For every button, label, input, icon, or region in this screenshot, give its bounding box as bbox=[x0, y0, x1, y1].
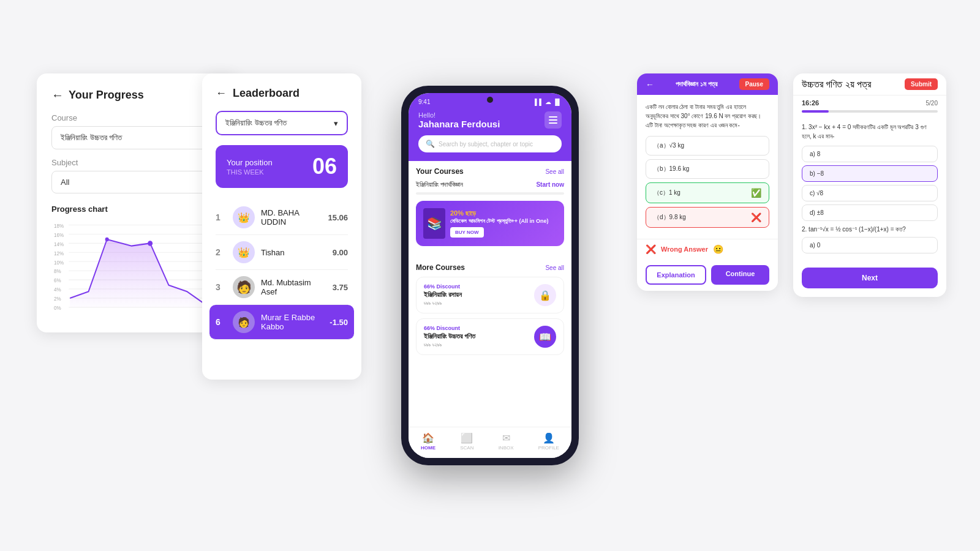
math-title: উচ্চতর গণিত ২য় পত্র bbox=[802, 79, 871, 90]
ad-banner[interactable]: 📚 20% ছাড়ে মেডিকেল আডমিশন টেস্ট প্রস্তু… bbox=[416, 201, 564, 246]
more-course-card[interactable]: 66% Discount ইঞ্জিনিয়ারিং রসায়ন ৳৯৯ ৳২… bbox=[416, 277, 564, 313]
option-a[interactable]: （a）√3 kg bbox=[646, 136, 769, 156]
chart-label: Progress chart bbox=[51, 204, 224, 214]
option-a-label: （a）√3 kg bbox=[654, 141, 684, 150]
score: 3.75 bbox=[333, 283, 348, 292]
progress-header: ← Your Progress bbox=[51, 88, 224, 102]
math-option2-a[interactable]: a) 0 bbox=[802, 237, 938, 253]
math-option-a[interactable]: a) 8 bbox=[802, 146, 938, 162]
physics-actions: Explanation Continue bbox=[637, 259, 778, 291]
leaderboard-dropdown[interactable]: ইঞ্জিনিয়ারিং উচ্চতর গণিত ▾ bbox=[216, 111, 348, 135]
rank-6: 6 bbox=[216, 317, 227, 327]
ad-title: মেডিকেল আডমিশন টেস্ট প্রস্তুতি++ (All in… bbox=[450, 217, 549, 225]
phone-body[interactable]: Your Courses See all ইঞ্জিনিয়ারিং পদার্… bbox=[409, 161, 571, 427]
course-book-icon: 📖 bbox=[534, 326, 556, 348]
position-card: Your position THIS WEEK 06 bbox=[216, 145, 348, 188]
svg-text:12%: 12% bbox=[54, 250, 64, 256]
rank-2: 2 bbox=[216, 247, 227, 257]
physics-question: একটি লন বোলার ঠেলা বা টানার সময় তুমি এর… bbox=[646, 102, 769, 130]
math-option-d[interactable]: d) ±8 bbox=[802, 204, 938, 221]
nav-profile[interactable]: 👤 PROFILE bbox=[538, 432, 559, 451]
back-arrow-icon[interactable]: ← bbox=[51, 88, 64, 102]
bottom-nav: 🏠 HOME ⬜ SCAN ✉ INBOX 👤 PROFILE bbox=[409, 427, 571, 458]
svg-text:4%: 4% bbox=[54, 287, 61, 293]
avatar: 🧑 bbox=[233, 311, 255, 333]
course-lock-icon: 🔒 bbox=[534, 284, 556, 306]
buy-now-button[interactable]: BUY NOW bbox=[450, 227, 484, 238]
svg-point-21 bbox=[148, 241, 153, 246]
user-name: Tishan bbox=[261, 248, 326, 257]
position-label: Your position bbox=[227, 158, 273, 167]
cross-icon: ❌ bbox=[751, 212, 761, 222]
back-icon[interactable]: ← bbox=[646, 80, 654, 89]
next-button[interactable]: Next bbox=[802, 268, 938, 288]
option-c-label: （c）1 kg bbox=[654, 189, 680, 197]
user-name: Murar E Rabbe Kabbo bbox=[261, 313, 323, 331]
explanation-button[interactable]: Explanation bbox=[646, 265, 706, 285]
option-c-correct[interactable]: （c）1 kg ✅ bbox=[646, 182, 769, 203]
wrong-icon: ❌ bbox=[646, 244, 656, 254]
inbox-icon: ✉ bbox=[502, 432, 510, 444]
table-row-highlighted: 6 🧑 Murar E Rabbe Kabbo -1.50 bbox=[209, 305, 354, 340]
course-value: ইঞ্জিনিয়ারিং উচ্চতর গণিত bbox=[61, 133, 122, 143]
menu-button[interactable] bbox=[545, 111, 562, 129]
math-timer: 16:26 bbox=[802, 99, 819, 107]
svg-text:14%: 14% bbox=[54, 241, 64, 247]
rank-3: 3 bbox=[216, 282, 227, 292]
nav-home[interactable]: 🏠 HOME bbox=[421, 432, 435, 451]
course-progress-bar bbox=[416, 192, 564, 195]
option-b[interactable]: （b）19.6 kg bbox=[646, 159, 769, 179]
avatar: 👑 bbox=[233, 241, 255, 263]
math-option-b-selected[interactable]: b) −8 bbox=[802, 165, 938, 182]
svg-text:16%: 16% bbox=[54, 232, 64, 238]
search-bar[interactable]: 🔍 Search by subject, chapter or topic bbox=[418, 135, 562, 152]
math-option-c[interactable]: c) √8 bbox=[802, 185, 938, 201]
course-name: ইঞ্জিনিয়ারিং রসায়ন bbox=[424, 291, 462, 299]
phone-camera bbox=[487, 97, 493, 103]
more-courses-title: More Courses bbox=[416, 263, 465, 272]
sad-emoji: 😐 bbox=[713, 244, 723, 254]
profile-label: PROFILE bbox=[538, 445, 559, 451]
course-select[interactable]: ইঞ্জিনিয়ারিং উচ্চতর গণিত ▾ bbox=[51, 126, 224, 149]
table-row: 2 👑 Tishan 9.00 bbox=[216, 235, 348, 270]
your-courses-title: Your Courses bbox=[416, 167, 464, 176]
phone-header: Hello! Jahanara Ferdousi 🔍 Search by sub… bbox=[409, 107, 571, 161]
leaderboard-back-icon[interactable]: ← bbox=[216, 87, 227, 100]
wrong-answer-bar: ❌ Wrong Answer 😐 bbox=[637, 239, 778, 259]
leaderboard-panel: ← Leaderboard ইঞ্জিনিয়ারিং উচ্চতর গণিত … bbox=[202, 73, 361, 380]
chevron-icon: ▾ bbox=[334, 119, 338, 128]
status-time: 9:41 bbox=[418, 99, 430, 105]
svg-text:0%: 0% bbox=[54, 305, 61, 311]
wrong-answer-text: Wrong Answer bbox=[661, 246, 708, 253]
table-row: 3 🧑 Md. Mubtasim Asef 3.75 bbox=[216, 270, 348, 305]
dot bbox=[494, 253, 498, 257]
dot-active bbox=[488, 253, 492, 257]
math-header: উচ্চতর গণিত ২য় পত্র Submit bbox=[793, 73, 946, 96]
leaderboard-course: ইঞ্জিনিয়ারিং উচ্চতর গণিত bbox=[225, 118, 287, 128]
option-d-wrong[interactable]: （d）9.8 kg ❌ bbox=[646, 207, 769, 228]
score: 9.00 bbox=[333, 248, 348, 257]
continue-button[interactable]: Continue bbox=[711, 265, 769, 285]
submit-button[interactable]: Submit bbox=[905, 78, 938, 90]
rank-1: 1 bbox=[216, 212, 227, 222]
math-progress-fill bbox=[802, 110, 829, 113]
more-see-all-link[interactable]: See all bbox=[545, 264, 564, 271]
profile-icon: 👤 bbox=[543, 432, 555, 444]
physics-title: পদার্থবিজ্ঞান ১ম পত্র bbox=[676, 80, 717, 88]
nav-inbox[interactable]: ✉ INBOX bbox=[499, 432, 514, 451]
greeting: Hello! bbox=[418, 111, 500, 119]
option-d-label: （d）9.8 kg bbox=[654, 213, 686, 222]
option-b-label: （b）19.6 kg bbox=[654, 165, 689, 173]
svg-point-22 bbox=[105, 238, 109, 241]
svg-marker-20 bbox=[70, 239, 223, 307]
more-course-card[interactable]: 66% Discount ইঞ্জিনিয়ারিং উচ্চতর গণিত ৳… bbox=[416, 318, 564, 355]
subject-label: Subject bbox=[51, 158, 224, 167]
nav-scan[interactable]: ⬜ SCAN bbox=[460, 432, 473, 451]
start-now-button[interactable]: Start now bbox=[536, 181, 564, 188]
pause-button[interactable]: Pause bbox=[739, 78, 769, 90]
search-placeholder: Search by subject, chapter or topic bbox=[439, 141, 533, 148]
see-all-link[interactable]: See all bbox=[545, 168, 564, 175]
position-week: THIS WEEK bbox=[227, 168, 273, 176]
course-label: Course bbox=[51, 113, 224, 122]
subject-select[interactable]: All ▾ bbox=[51, 171, 224, 193]
